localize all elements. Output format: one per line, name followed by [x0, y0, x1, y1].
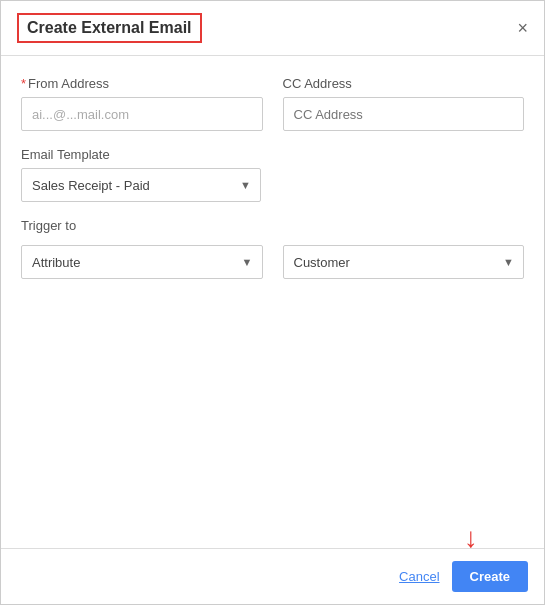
cc-address-label: CC Address: [283, 76, 525, 91]
close-button[interactable]: ×: [517, 19, 528, 37]
trigger-to-label: Trigger to: [21, 218, 524, 233]
trigger-attribute-group: Attribute Event Manual ▼: [21, 245, 263, 279]
dialog-footer: ↓ Cancel Create: [1, 548, 544, 604]
row-email-template: Email Template Sales Receipt - Paid Invo…: [21, 147, 524, 202]
email-template-select[interactable]: Sales Receipt - Paid Invoice Order Confi…: [21, 168, 261, 202]
cc-address-group: CC Address: [283, 76, 525, 131]
cancel-button[interactable]: Cancel: [399, 569, 439, 584]
required-star: *: [21, 76, 26, 91]
trigger-customer-group: Customer Vendor Employee ▼: [283, 245, 525, 279]
create-external-email-dialog: Create External Email × *From Address CC…: [0, 0, 545, 605]
from-address-group: *From Address: [21, 76, 263, 131]
cc-address-input[interactable]: [283, 97, 525, 131]
row-trigger: Trigger to Attribute Event Manual ▼: [21, 218, 524, 279]
dialog-body: *From Address CC Address Email Template …: [1, 56, 544, 548]
create-button[interactable]: Create: [452, 561, 528, 592]
from-address-input[interactable]: [21, 97, 263, 131]
email-template-select-wrapper: Sales Receipt - Paid Invoice Order Confi…: [21, 168, 261, 202]
dialog-title: Create External Email: [17, 13, 202, 43]
trigger-customer-select-wrapper: Customer Vendor Employee ▼: [283, 245, 525, 279]
trigger-attribute-select[interactable]: Attribute Event Manual: [21, 245, 263, 279]
email-template-group: Email Template Sales Receipt - Paid Invo…: [21, 147, 261, 202]
trigger-customer-select[interactable]: Customer Vendor Employee: [283, 245, 525, 279]
from-address-label: *From Address: [21, 76, 263, 91]
email-template-label: Email Template: [21, 147, 261, 162]
dialog-header: Create External Email ×: [1, 1, 544, 56]
row-addresses: *From Address CC Address: [21, 76, 524, 131]
trigger-attribute-select-wrapper: Attribute Event Manual ▼: [21, 245, 263, 279]
